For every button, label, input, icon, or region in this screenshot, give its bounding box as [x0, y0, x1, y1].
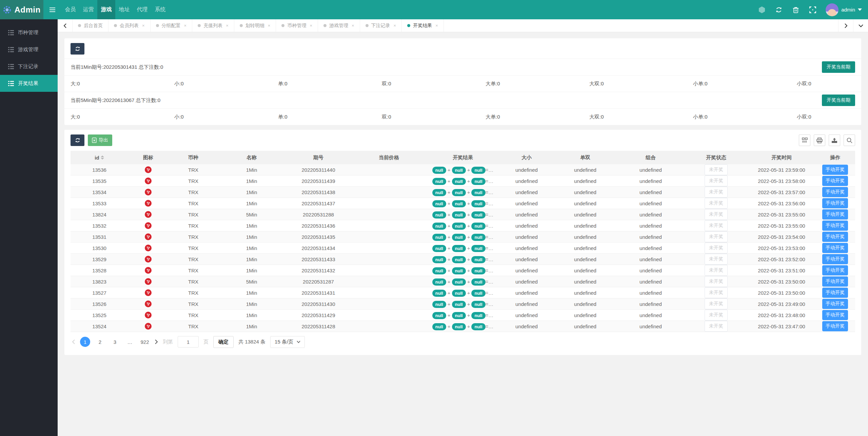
manual-draw-button[interactable]: 手动开奖 — [822, 299, 848, 309]
cell-result: null+null+null=… — [426, 321, 500, 332]
manual-draw-button[interactable]: 手动开奖 — [822, 254, 848, 264]
cell-actions: 手动开奖 — [815, 310, 855, 321]
app-logo[interactable]: Admin — [0, 0, 43, 19]
nav-item-system[interactable]: 系统 — [151, 0, 169, 19]
manual-draw-button[interactable]: 手动开奖 — [822, 176, 848, 186]
close-icon[interactable]: × — [226, 23, 229, 28]
theme-icon[interactable] — [758, 6, 766, 14]
goto-page-input[interactable] — [178, 336, 199, 348]
sidebar-item-coins[interactable]: 币种管理 — [0, 24, 58, 41]
next-page-button[interactable] — [155, 339, 158, 344]
page-number[interactable]: 3 — [110, 337, 120, 347]
stat-value: 双:0 — [382, 114, 486, 120]
header-id[interactable]: id — [71, 151, 128, 164]
manual-draw-button[interactable]: 手动开奖 — [822, 221, 848, 231]
manual-draw-button[interactable]: 手动开奖 — [822, 232, 848, 242]
manual-draw-button[interactable]: 手动开奖 — [822, 310, 848, 320]
tabs-menu-toggle[interactable] — [853, 19, 868, 32]
manual-draw-button[interactable]: 手动开奖 — [822, 265, 848, 275]
nav-item-agents[interactable]: 代理 — [133, 0, 151, 19]
cell-name: 1Min — [218, 287, 285, 298]
page-number[interactable]: 2 — [95, 337, 105, 347]
close-icon[interactable]: × — [142, 23, 145, 28]
manual-draw-button[interactable]: 手动开奖 — [822, 209, 848, 220]
fullscreen-icon[interactable] — [809, 6, 817, 14]
page-number[interactable]: 1 — [80, 337, 90, 347]
goto-confirm-button[interactable]: 确定 — [213, 336, 234, 348]
page-size-select[interactable]: 15 条/页 — [270, 336, 305, 348]
export-button[interactable]: 导出 — [88, 134, 112, 146]
cell-combo: undefined — [617, 220, 684, 231]
close-icon[interactable]: × — [268, 23, 271, 28]
list-icon — [8, 47, 14, 52]
close-icon[interactable]: × — [184, 23, 187, 28]
close-icon[interactable]: × — [352, 23, 354, 28]
cell-actions: 手动开奖 — [815, 298, 855, 310]
sidebar-item-bet-records[interactable]: 下注记录 — [0, 58, 58, 75]
cell-parity: undefined — [553, 220, 617, 231]
chevron-left-icon — [72, 339, 75, 344]
navbar-right: admin — [758, 0, 868, 19]
sidebar-item-games[interactable]: 游戏管理 — [0, 41, 58, 58]
tab-bet-records[interactable]: 下注记录× — [360, 19, 402, 32]
tab-member-list[interactable]: 会员列表× — [108, 19, 151, 32]
nav-item-operations[interactable]: 运营 — [79, 0, 97, 19]
menu-toggle[interactable] — [43, 0, 61, 19]
tab-group-config[interactable]: 分组配置× — [151, 19, 193, 32]
manual-draw-button[interactable]: 手动开奖 — [822, 321, 848, 331]
manual-draw-button[interactable]: 手动开奖 — [822, 198, 848, 208]
tab-lottery-results[interactable]: 开奖结果× — [402, 19, 444, 32]
cell-size: undefined — [500, 187, 553, 198]
tabs-scroll-right[interactable] — [838, 19, 853, 32]
result-badge: null — [471, 256, 485, 263]
refresh-table-button[interactable] — [71, 134, 84, 146]
manual-draw-button[interactable]: 手动开奖 — [822, 165, 848, 175]
trx-coin-icon — [145, 233, 152, 240]
print-icon[interactable] — [814, 134, 825, 146]
table-body: 13536 TRX 1Min 202205311440 — [71, 164, 855, 332]
cell-time: 2022-05-31 23:55:00 — [748, 209, 815, 220]
tab-game-manage[interactable]: 游戏管理× — [318, 19, 360, 32]
cell-actions: 手动开奖 — [815, 187, 855, 198]
results-panel: 导出 — [64, 130, 861, 355]
result-badge: null — [452, 267, 466, 274]
sort-icon[interactable] — [101, 155, 104, 160]
close-icon[interactable]: × — [435, 23, 438, 28]
clear-cache-icon[interactable] — [792, 6, 800, 14]
open-current-period-button[interactable]: 开奖当前期 — [822, 95, 855, 106]
cell-combo: undefined — [617, 198, 684, 209]
status-badge: 未开奖 — [705, 198, 728, 209]
result-badge: null — [432, 256, 446, 263]
close-icon[interactable]: × — [310, 23, 312, 28]
cell-time: 2022-05-31 23:56:00 — [748, 198, 815, 209]
nav-item-address[interactable]: 地址 — [115, 0, 133, 19]
cell-status: 未开奖 — [684, 298, 748, 310]
open-current-period-button[interactable]: 开奖当前期 — [822, 61, 855, 73]
tab-transfer-detail[interactable]: 划转明细× — [234, 19, 276, 32]
stat-value: 小:0 — [174, 114, 278, 120]
manual-draw-button[interactable]: 手动开奖 — [822, 187, 848, 197]
tab-recharge-list[interactable]: 充值列表× — [192, 19, 234, 32]
sidebar-item-lottery-results[interactable]: 开奖结果 — [0, 75, 58, 92]
refresh-icon[interactable] — [775, 6, 783, 14]
cell-combo: undefined — [617, 175, 684, 187]
tabs-scroll-left[interactable] — [58, 19, 73, 32]
user-menu[interactable]: admin — [826, 3, 862, 16]
manual-draw-button[interactable]: 手动开奖 — [822, 288, 848, 298]
nav-item-members[interactable]: 会员 — [61, 0, 79, 19]
cell-coin: TRX — [168, 243, 218, 254]
cell-coin: TRX — [168, 209, 218, 220]
tab-coin-manage[interactable]: 币种管理× — [276, 19, 318, 32]
tab-dashboard[interactable]: 后台首页 — [73, 19, 108, 32]
download-icon[interactable] — [829, 134, 840, 146]
search-icon[interactable] — [844, 134, 855, 146]
manual-draw-button[interactable]: 手动开奖 — [822, 243, 848, 253]
manual-draw-button[interactable]: 手动开奖 — [822, 276, 848, 287]
prev-page-button[interactable] — [72, 339, 75, 344]
tab-dot-icon — [240, 24, 243, 27]
close-icon[interactable]: × — [394, 23, 396, 28]
refresh-periods-button[interactable] — [71, 43, 84, 55]
columns-icon[interactable] — [799, 134, 810, 146]
page-number[interactable]: 922 — [140, 337, 150, 347]
nav-item-games[interactable]: 游戏 — [97, 0, 115, 19]
